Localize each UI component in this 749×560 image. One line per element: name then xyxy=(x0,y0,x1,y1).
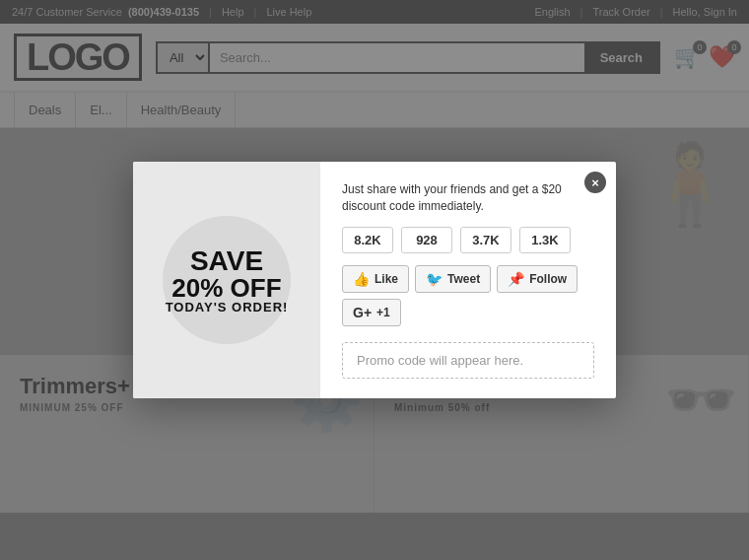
save-circle: SAVE 20% OFF TODAY'S ORDER! xyxy=(163,216,291,344)
save-line3: TODAY'S ORDER! xyxy=(166,301,289,314)
google-plus-icon: G+ xyxy=(353,305,372,320)
like-button[interactable]: 👍 Like xyxy=(342,265,409,293)
follow-icon: 📌 xyxy=(508,271,524,287)
count-google: 1.3K xyxy=(519,227,571,253)
tweet-icon: 🐦 xyxy=(426,271,443,287)
follow-label: Follow xyxy=(529,272,567,286)
tweet-label: Tweet xyxy=(447,272,480,286)
google-plus-button[interactable]: G+ +1 xyxy=(342,299,401,326)
modal-overlay: × SAVE 20% OFF TODAY'S ORDER! Just share… xyxy=(0,0,749,560)
social-counts: 8.2K 928 3.7K 1.3K xyxy=(342,227,594,253)
save-line2: 20% OFF xyxy=(166,275,289,301)
modal-right-panel: Just share with your friends and get a $… xyxy=(320,162,616,398)
like-label: Like xyxy=(374,272,398,286)
save-line1: SAVE xyxy=(166,247,289,275)
modal: × SAVE 20% OFF TODAY'S ORDER! Just share… xyxy=(133,162,616,398)
count-twitter: 928 xyxy=(401,227,452,253)
google-plus-label: +1 xyxy=(376,306,390,319)
count-pinterest: 3.7K xyxy=(460,227,511,253)
save-text: SAVE 20% OFF TODAY'S ORDER! xyxy=(166,247,289,314)
modal-description: Just share with your friends and get a $… xyxy=(342,181,594,215)
count-facebook: 8.2K xyxy=(342,227,393,253)
tweet-button[interactable]: 🐦 Tweet xyxy=(415,265,491,293)
promo-code-box: Promo code will appear here. xyxy=(342,342,594,379)
follow-button[interactable]: 📌 Follow xyxy=(497,265,578,293)
modal-left-panel: SAVE 20% OFF TODAY'S ORDER! xyxy=(133,162,320,398)
social-buttons: 👍 Like 🐦 Tweet 📌 Follow G+ +1 xyxy=(342,265,594,326)
like-icon: 👍 xyxy=(353,271,370,287)
